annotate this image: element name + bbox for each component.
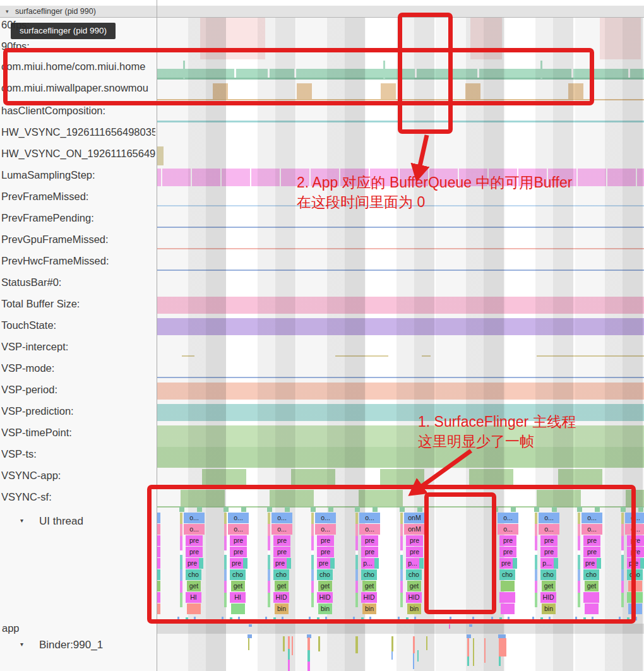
- track-label-9[interactable]: PrevFramePending:: [1, 212, 155, 224]
- binder-slice[interactable]: [413, 653, 414, 669]
- top-strip: [0, 0, 644, 6]
- annotation-note-1-line1: 1. SurfaceFlinger 主线程: [418, 412, 576, 432]
- process-title: surfaceflinger (pid 990): [15, 7, 96, 16]
- track-band-7[interactable]: [250, 169, 251, 186]
- process-app-tick: [469, 624, 472, 627]
- track-band-21[interactable]: [202, 469, 246, 486]
- binder-slice[interactable]: [307, 662, 310, 671]
- track-band-7[interactable]: [606, 169, 607, 186]
- track-band-21[interactable]: [380, 469, 424, 486]
- track-band-7[interactable]: [280, 169, 281, 186]
- track-band-7[interactable]: [636, 169, 637, 186]
- trace-viewer: ▾ surfaceflinger (pid 990) surfaceflinge…: [0, 0, 644, 671]
- process-label-app[interactable]: app: [2, 622, 156, 634]
- track-label-13[interactable]: Total Buffer Size:: [1, 298, 155, 310]
- binder-slice[interactable]: [391, 651, 393, 660]
- annotation-note-2-line1: 2. App 对应的 BufferQueue 中的可用Buffer: [297, 173, 572, 193]
- track-band-14[interactable]: [157, 318, 644, 335]
- binder-slice[interactable]: [288, 649, 290, 660]
- annotation-box-sf-mainthread: [147, 485, 636, 624]
- track-label-7[interactable]: LumaSamplingStep:: [1, 169, 155, 181]
- track-label-16[interactable]: VSP-mode:: [1, 362, 155, 374]
- binder-slice[interactable]: [292, 636, 293, 655]
- track-label-20[interactable]: VSP-ts:: [1, 448, 155, 460]
- binder-slice[interactable]: [467, 638, 469, 656]
- track-band-16[interactable]: [157, 377, 644, 378]
- collapse-arrow-icon[interactable]: ▾: [6, 8, 9, 15]
- slice-underlay: [640, 558, 644, 569]
- process-tooltip: surfaceflinger (pid 990): [11, 23, 116, 39]
- track-label-14[interactable]: TouchState:: [1, 319, 155, 331]
- annotation-note-1: 1. SurfaceFlinger 主线程 这里明显少了一帧: [418, 412, 576, 451]
- track-band-0[interactable]: [600, 18, 641, 59]
- track-band-15[interactable]: [537, 355, 644, 357]
- binder-slice[interactable]: [413, 636, 415, 653]
- track-label-19[interactable]: VSP-timePoint:: [1, 427, 155, 439]
- collapse-arrow-icon[interactable]: ▾: [20, 641, 23, 648]
- track-label-6[interactable]: HW_VSYNC_ON_1926111656498: [1, 148, 155, 160]
- binder-slice[interactable]: [484, 638, 486, 663]
- process-app-summary-band[interactable]: [157, 624, 644, 634]
- track-label-4[interactable]: hasClientComposition:: [1, 105, 155, 117]
- track-band-21[interactable]: [469, 469, 513, 486]
- track-band-7[interactable]: [576, 169, 578, 186]
- track-band-13[interactable]: [157, 297, 644, 314]
- binder-slice[interactable]: [417, 650, 419, 662]
- track-label-8[interactable]: PrevFrameMissed:: [1, 191, 155, 203]
- binder-slice[interactable]: [473, 638, 474, 666]
- binder-slice[interactable]: [499, 656, 501, 666]
- annotation-box-missing-frame: [424, 492, 496, 614]
- annotation-note-2-line2: 在这段时间里面为 0: [297, 193, 572, 212]
- binder-slice[interactable]: [391, 636, 393, 651]
- vsync-cap: [638, 507, 643, 512]
- binder-slice[interactable]: [283, 636, 285, 651]
- binder-slice[interactable]: [499, 638, 506, 656]
- track-band-15[interactable]: [335, 355, 388, 357]
- track-band-10[interactable]: [157, 248, 644, 249]
- track-label-21[interactable]: VSYNC-app:: [1, 470, 155, 482]
- annotation-box-app-tracks: [3, 48, 594, 105]
- binder-slice[interactable]: [288, 660, 290, 671]
- annotation-note-2: 2. App 对应的 BufferQueue 中的可用Buffer 在这段时间里…: [297, 173, 572, 212]
- track-band-9[interactable]: [157, 227, 644, 228]
- binder-slice[interactable]: [467, 656, 469, 666]
- track-label-18[interactable]: VSP-prediction:: [1, 405, 155, 417]
- track-band-6[interactable]: [157, 146, 164, 165]
- track-band-15[interactable]: [422, 355, 431, 357]
- binder-slice[interactable]: [307, 650, 310, 662]
- process-app-tick: [449, 624, 450, 629]
- thread-label-binder[interactable]: Binder:990_1: [39, 639, 193, 651]
- track-band-2[interactable]: [628, 69, 630, 78]
- binder-slice[interactable]: [318, 636, 320, 651]
- track-label-10[interactable]: PrevGpuFrameMissed:: [1, 234, 155, 246]
- collapse-arrow-icon[interactable]: ▾: [20, 517, 23, 524]
- track-label-11[interactable]: PrevHwcFrameMissed:: [1, 255, 155, 267]
- binder-slice[interactable]: [355, 636, 358, 653]
- binder-slice[interactable]: [248, 638, 249, 650]
- track-band-17[interactable]: [157, 383, 644, 400]
- annotation-note-1-line2: 这里明显少了一帧: [418, 432, 576, 451]
- track-band-7[interactable]: [191, 169, 192, 186]
- process-app-tick: [249, 624, 252, 627]
- track-label-15[interactable]: VSP-intercept:: [1, 341, 155, 353]
- track-label-12[interactable]: StatusBar#0:: [1, 276, 155, 288]
- track-band-7[interactable]: [161, 169, 162, 186]
- binder-slice[interactable]: [288, 636, 290, 649]
- track-band-15[interactable]: [182, 355, 194, 357]
- track-band-21[interactable]: [291, 469, 335, 486]
- track-band-7[interactable]: [220, 169, 222, 186]
- track-label-5[interactable]: HW_VSYNC_1926111656498035: [1, 126, 155, 138]
- track-label-22[interactable]: VSYNC-sf:: [1, 491, 155, 503]
- binder-slice[interactable]: [426, 636, 427, 650]
- track-label-17[interactable]: VSP-period:: [1, 384, 155, 396]
- process-header-bar[interactable]: ▾ surfaceflinger (pid 990): [0, 6, 644, 18]
- binder-slice[interactable]: [307, 638, 310, 650]
- track-band-11[interactable]: [157, 270, 644, 271]
- track-band-21[interactable]: [558, 469, 602, 486]
